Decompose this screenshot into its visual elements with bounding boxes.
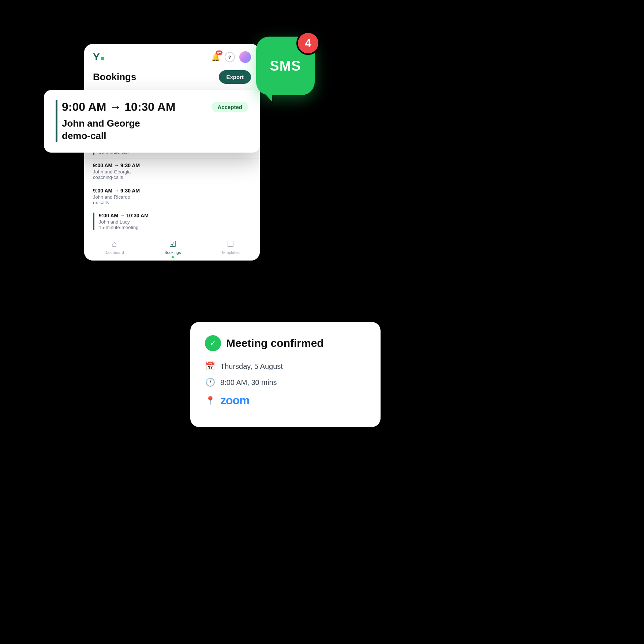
booking-time: 9:00 AM → 9:30 AM xyxy=(93,188,251,194)
home-icon: ⌂ xyxy=(112,239,116,249)
teal-bar xyxy=(93,213,94,230)
meeting-confirmed-card: ✓ Meeting confirmed 📅 Thursday, 5 August… xyxy=(190,322,381,427)
list-item: 9:00 AM → 9:30 AM John and Georgia coach… xyxy=(84,158,260,184)
list-item: 9:00 AM → 9:30 AM John and Ricardo ux-ca… xyxy=(84,184,260,209)
meeting-date: Thursday, 5 August xyxy=(220,362,283,371)
list-item: 9:00 AM → 10:30 AM John and Lucy 15-minu… xyxy=(84,209,260,234)
sms-text: SMS xyxy=(270,58,301,74)
bookings-icon: ☑ xyxy=(169,239,176,249)
nav-label-dashboard: Dashboard xyxy=(104,250,124,255)
expanded-booking-card: 9:00 AM → 10:30 AM Accepted John and Geo… xyxy=(44,90,260,153)
logo: Y xyxy=(93,52,104,62)
notification-button[interactable]: 🔔 9+ xyxy=(211,53,220,61)
location-icon: 📍 xyxy=(205,396,215,405)
booking-time: 9:00 AM → 9:30 AM xyxy=(93,162,251,168)
meeting-time: 8:00 AM, 30 mins xyxy=(220,378,277,387)
logo-letter: Y xyxy=(93,52,100,62)
booking-name: John and Georgia coaching-calls xyxy=(93,169,251,180)
zoom-logo: zoom xyxy=(220,394,250,407)
app-header: Y 🔔 9+ ? xyxy=(84,44,260,67)
booking-name: John and Ricardo ux-calls xyxy=(93,194,251,205)
notification-badge: 9+ xyxy=(216,50,222,55)
help-button[interactable]: ? xyxy=(225,52,235,62)
clock-icon: 🕐 xyxy=(205,378,215,387)
expanded-booking-time: 9:00 AM → 10:30 AM Accepted xyxy=(62,100,248,114)
nav-item-dashboard[interactable]: ⌂ Dashboard xyxy=(104,239,124,255)
booking-time: 9:00 AM → 10:30 AM xyxy=(99,213,251,218)
sms-icon: SMS 4 xyxy=(256,37,315,95)
expanded-booking-name: John and Georgedemo-call xyxy=(62,117,248,142)
meeting-date-row: 📅 Thursday, 5 August xyxy=(205,362,366,371)
nav-item-bookings[interactable]: ☑ Bookings xyxy=(164,239,181,255)
nav-item-templates[interactable]: ☐ Templates xyxy=(221,239,240,255)
sms-notification[interactable]: SMS 4 xyxy=(256,37,315,95)
avatar[interactable] xyxy=(239,51,251,63)
meeting-platform-row: 📍 zoom xyxy=(205,394,366,407)
header-icons: 🔔 9+ ? xyxy=(211,51,251,63)
booking-content: 9:00 AM → 10:30 AM John and Lucy 15-minu… xyxy=(99,213,251,230)
bottom-nav: ⌂ Dashboard ☑ Bookings ☐ Templates xyxy=(84,234,260,261)
help-symbol: ? xyxy=(228,55,231,60)
meeting-title-row: ✓ Meeting confirmed xyxy=(205,335,366,351)
active-indicator xyxy=(172,256,174,258)
export-button[interactable]: Export xyxy=(219,70,251,84)
checkmark-icon: ✓ xyxy=(210,338,216,348)
status-badge: Accepted xyxy=(211,102,248,112)
check-circle: ✓ xyxy=(205,335,221,351)
nav-label-templates: Templates xyxy=(221,250,240,255)
page-title: Bookings xyxy=(93,71,136,83)
meeting-time-row: 🕐 8:00 AM, 30 mins xyxy=(205,378,366,387)
templates-icon: ☐ xyxy=(227,239,234,249)
sms-badge: 4 xyxy=(296,31,320,55)
calendar-icon: 📅 xyxy=(205,362,215,371)
booking-name: John and Lucy 15-minute-meeting xyxy=(99,219,251,230)
bookings-title-row: Bookings Export xyxy=(84,67,260,90)
logo-dot xyxy=(101,57,104,60)
nav-label-bookings: Bookings xyxy=(164,250,181,255)
booking-detail: 9:00 AM → 10:30 AM Accepted John and Geo… xyxy=(56,100,248,142)
meeting-title: Meeting confirmed xyxy=(226,337,324,349)
